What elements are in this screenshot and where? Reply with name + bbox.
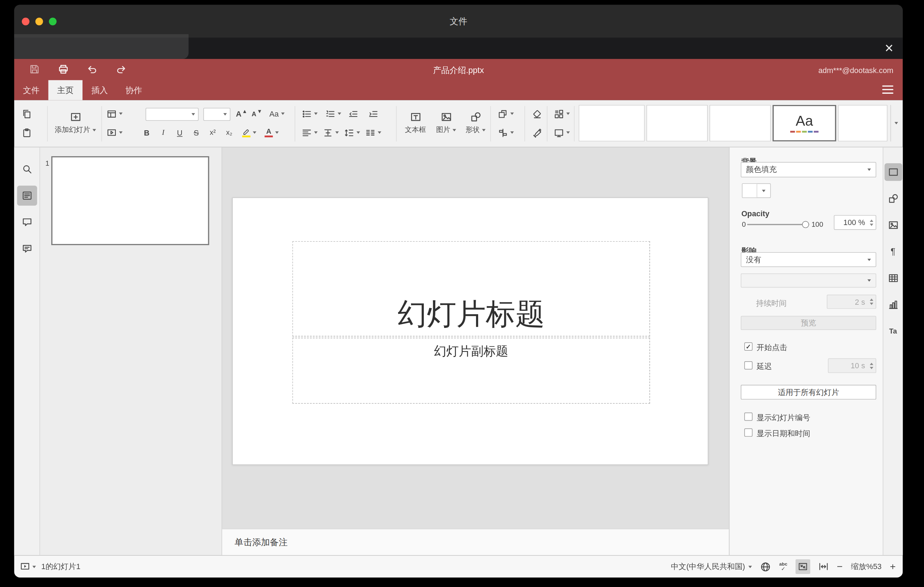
theme-item[interactable] xyxy=(838,105,888,142)
opacity-slider[interactable] xyxy=(747,221,809,229)
title-placeholder[interactable]: 幻灯片标题 xyxy=(292,241,650,337)
fill-color-button[interactable] xyxy=(742,183,771,198)
table-settings-tab[interactable] xyxy=(883,265,903,292)
start-slideshow-status-button[interactable] xyxy=(20,562,36,572)
theme-item[interactable] xyxy=(710,105,771,142)
increase-indent-button[interactable] xyxy=(365,106,381,122)
theme-item[interactable] xyxy=(579,105,645,142)
chevron-down-icon xyxy=(510,131,513,134)
spinner-arrows-icon[interactable] xyxy=(870,298,873,305)
highlight-color-button[interactable] xyxy=(239,125,259,140)
fit-to-slide-button[interactable] xyxy=(795,559,810,574)
increase-font-size-button[interactable]: A▲ xyxy=(234,106,249,122)
strikethrough-button[interactable]: S xyxy=(188,125,204,140)
effect-type-select[interactable] xyxy=(741,274,876,287)
feedback-button[interactable] xyxy=(14,235,39,262)
image-settings-tab[interactable] xyxy=(883,212,903,238)
subscript-button[interactable]: x₂ xyxy=(221,125,237,140)
copy-style-button[interactable] xyxy=(529,125,544,140)
zoom-in-button[interactable]: + xyxy=(890,562,896,572)
zoom-out-button[interactable]: − xyxy=(837,562,843,572)
italic-button[interactable]: I xyxy=(155,125,171,140)
shape-settings-tab[interactable] xyxy=(883,185,903,212)
start-slideshow-button[interactable] xyxy=(104,125,125,140)
slide-size-button[interactable] xyxy=(551,125,573,140)
apply-to-all-slides-button[interactable]: 适用于所有幻灯片 xyxy=(741,385,876,399)
slide-thumbnail[interactable] xyxy=(51,156,209,245)
bullets-button[interactable] xyxy=(299,106,320,122)
close-traffic-button[interactable] xyxy=(22,18,30,25)
notes-area[interactable]: 单击添加备注 xyxy=(222,529,729,556)
bold-button[interactable]: B xyxy=(139,125,155,140)
language-button[interactable]: 中文(中华人民共和国) xyxy=(671,561,752,572)
arrange-shape-button[interactable] xyxy=(495,106,516,122)
theme-item[interactable] xyxy=(646,105,708,142)
chevron-down-icon xyxy=(749,566,752,568)
start-on-click-checkbox[interactable]: ✓ xyxy=(744,342,753,351)
spell-check-button[interactable]: abc ✓ xyxy=(779,562,787,572)
fullscreen-traffic-button[interactable] xyxy=(49,18,56,25)
opacity-input[interactable]: 100 % xyxy=(834,215,876,230)
search-button[interactable] xyxy=(14,155,39,182)
subtitle-placeholder[interactable]: 幻灯片副标题 xyxy=(292,338,650,404)
chart-settings-tab[interactable] xyxy=(883,291,903,318)
decrease-font-size-button[interactable]: A▼ xyxy=(249,106,265,122)
horizontal-align-button[interactable] xyxy=(299,125,320,140)
shape-button[interactable]: 形状 xyxy=(461,105,490,142)
superscript-button[interactable]: x² xyxy=(205,125,221,140)
background-fill-select[interactable]: 颜色填充 xyxy=(741,162,876,178)
save-button[interactable] xyxy=(28,63,40,75)
paragraph-settings-tab[interactable]: ¶ xyxy=(883,238,903,265)
image-button[interactable]: 图片 xyxy=(431,105,461,142)
slide-editing-area: 幻灯片标题 幻灯片副标题 单击添加备注 xyxy=(222,147,729,556)
line-spacing-button[interactable] xyxy=(342,125,362,140)
align-shape-button[interactable] xyxy=(495,125,516,140)
tab-insert[interactable]: 插入 xyxy=(82,80,117,100)
undo-button[interactable] xyxy=(86,63,98,75)
theme-item-selected[interactable]: Aa xyxy=(773,105,836,142)
slider-knob[interactable] xyxy=(802,221,809,228)
delay-input[interactable]: 10 s xyxy=(828,358,876,373)
add-slide-button[interactable]: 添加幻灯片 xyxy=(52,105,99,142)
paste-button[interactable] xyxy=(19,125,35,140)
document-language-button[interactable] xyxy=(761,561,771,572)
preview-button[interactable]: 预览 xyxy=(741,316,876,330)
numbering-button[interactable] xyxy=(323,106,343,122)
effect-select[interactable]: 没有 xyxy=(741,252,876,267)
close-icon[interactable]: × xyxy=(885,38,893,59)
fit-to-width-button[interactable] xyxy=(819,562,829,572)
tab-collaboration[interactable]: 协作 xyxy=(117,80,150,100)
slides-panel-button[interactable] xyxy=(14,182,39,209)
slide-layout-button[interactable] xyxy=(104,106,125,122)
slide-settings-icon xyxy=(888,167,898,177)
duration-input[interactable]: 2 s xyxy=(827,295,876,308)
slide-canvas[interactable]: 幻灯片标题 幻灯片副标题 xyxy=(232,197,708,465)
text-art-settings-tab[interactable]: Ta xyxy=(883,318,903,345)
slide-settings-tab[interactable] xyxy=(883,159,903,185)
text-box-button[interactable]: 文本框 xyxy=(401,105,430,142)
underline-button[interactable]: U xyxy=(172,125,188,140)
font-color-button[interactable]: A xyxy=(262,125,282,140)
vertical-align-button[interactable] xyxy=(320,125,340,140)
color-scheme-button[interactable] xyxy=(551,106,573,122)
delay-checkbox[interactable] xyxy=(744,361,753,370)
print-button[interactable] xyxy=(57,63,69,75)
decrease-indent-button[interactable] xyxy=(345,106,361,122)
show-date-time-checkbox[interactable] xyxy=(744,428,753,436)
change-case-button[interactable]: Aa xyxy=(266,106,288,122)
comments-button[interactable] xyxy=(14,209,39,235)
tab-file[interactable]: 文件 xyxy=(14,80,48,100)
minimize-traffic-button[interactable] xyxy=(35,18,43,25)
font-name-select[interactable] xyxy=(146,108,199,121)
columns-button[interactable] xyxy=(363,125,383,140)
clear-style-button[interactable] xyxy=(529,106,544,122)
show-slide-number-checkbox[interactable] xyxy=(744,412,753,421)
tab-home[interactable]: 主页 xyxy=(48,80,82,100)
redo-button[interactable] xyxy=(115,63,127,75)
spinner-arrows-icon[interactable] xyxy=(870,362,873,369)
theme-gallery-expand-button[interactable] xyxy=(890,105,901,142)
spinner-arrows-icon[interactable] xyxy=(870,219,873,225)
font-size-select[interactable] xyxy=(203,108,230,121)
hamburger-menu-icon[interactable] xyxy=(882,85,893,94)
copy-button[interactable] xyxy=(19,106,35,122)
